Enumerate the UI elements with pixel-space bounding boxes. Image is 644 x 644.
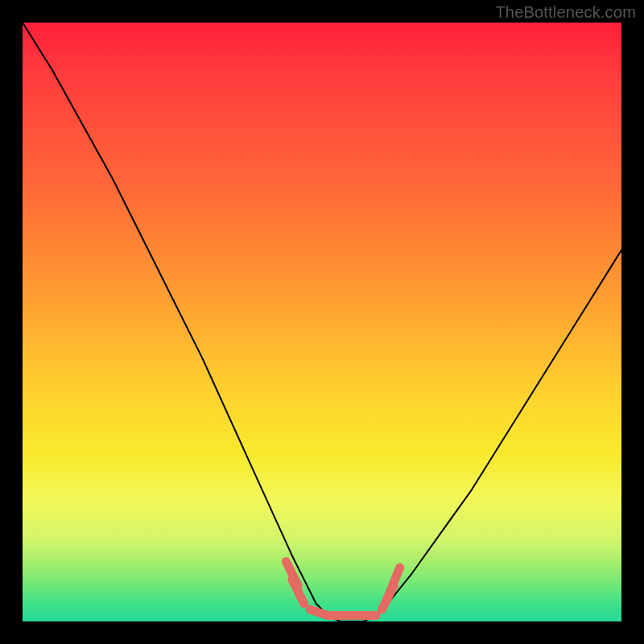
highlight-pill <box>388 568 400 597</box>
chart-frame: TheBottleneck.com <box>0 0 644 644</box>
watermark-text: TheBottleneck.com <box>495 3 636 22</box>
plot-area <box>23 23 621 621</box>
highlight-pill <box>292 580 304 604</box>
bottleneck-curve <box>23 23 621 621</box>
curve-layer <box>23 23 621 621</box>
